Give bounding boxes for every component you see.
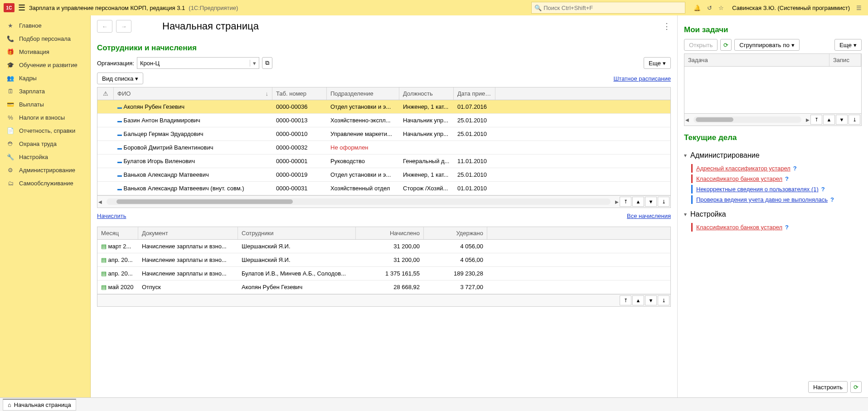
col-accrued[interactable]: Начислено	[356, 227, 424, 239]
table-row[interactable]: ▬ Базин Антон Владимирович0000-00013Хозя…	[97, 114, 670, 127]
col-task[interactable]: Задача	[684, 54, 829, 66]
nav-last-button[interactable]: ⤓	[658, 295, 669, 305]
org-select[interactable]: Крон-Ц ▾	[137, 57, 259, 69]
bell-icon[interactable]: 🔔	[693, 5, 701, 11]
org-open-button[interactable]: ⧉	[262, 57, 272, 69]
sidebar-item[interactable]: 📞Подбор персонала	[0, 32, 90, 45]
nav-down-button[interactable]: ▼	[645, 295, 657, 305]
col-dep[interactable]: Подразделение	[327, 87, 399, 100]
chevron-down-icon[interactable]: ▾	[250, 60, 256, 67]
help-icon[interactable]: ?	[785, 224, 789, 231]
sidebar-item[interactable]: 🎓Обучение и развитие	[0, 58, 90, 72]
col-doc[interactable]: Документ	[138, 227, 238, 239]
table-row[interactable]: ▤ май 2020ОтпускАкопян Рубен Гезевич28 6…	[97, 280, 670, 294]
help-icon[interactable]: ?	[830, 196, 834, 203]
search-box[interactable]: 🔍	[531, 2, 685, 14]
cell-withheld: 4 056,00	[424, 255, 487, 265]
todo-link[interactable]: Некорректные сведения о пользователях (1…	[696, 186, 819, 193]
col-withheld[interactable]: Удержано	[424, 227, 487, 239]
col-written[interactable]: Запис	[829, 54, 861, 66]
col-emp[interactable]: Сотрудники	[238, 227, 356, 239]
table-row[interactable]: ▤ март 2...Начисление зарплаты и взно...…	[97, 240, 670, 253]
help-icon[interactable]: ?	[793, 165, 797, 172]
col-date[interactable]: Дата приема	[454, 87, 495, 100]
nav-up-button[interactable]: ▲	[823, 115, 835, 125]
todo-link[interactable]: Классификатор банков устарел	[696, 175, 782, 182]
chevron-down-icon: ▾	[684, 152, 687, 159]
table-row[interactable]: ▬ Акопян Рубен Гезевич0000-00036Отдел ус…	[97, 100, 670, 114]
search-input[interactable]	[543, 5, 682, 11]
cell-fio: ▬ Ваньков Александр Матвеевич	[114, 169, 272, 180]
nav-down-button[interactable]: ▼	[836, 115, 848, 125]
staffing-link[interactable]: Штатное расписание	[613, 75, 671, 82]
sidebar-item[interactable]: 🎁Мотивация	[0, 45, 90, 58]
sidebar-item[interactable]: ★Главное	[0, 19, 90, 32]
sidebar-item[interactable]: 💳Выплаты	[0, 98, 90, 111]
col-fio[interactable]: ФИО ↓	[114, 87, 272, 100]
table-row[interactable]: ▬ Булатов Игорь Виленович0000-00001Руков…	[97, 155, 670, 168]
refresh-button[interactable]: ⟳	[720, 39, 732, 51]
settings-icon[interactable]: ☰	[856, 5, 862, 11]
sidebar-item[interactable]: 🔧Настройка	[0, 150, 90, 164]
table-row[interactable]: ▬ Ваньков Александр Матвеевич (внут. сов…	[97, 182, 670, 195]
sidebar-item[interactable]: 🗓Зарплата	[0, 85, 90, 98]
table-row[interactable]: ▬ Ваньков Александр Матвеевич0000-00019О…	[97, 168, 670, 182]
todo-link[interactable]: Проверка ведения учета давно не выполнял…	[696, 196, 828, 203]
sidebar-item[interactable]: 👥Кадры	[0, 72, 90, 85]
help-icon[interactable]: ?	[785, 175, 789, 182]
nav-fwd-button[interactable]: →	[116, 20, 131, 33]
cell-doc: Начисление зарплаты и взно...	[138, 255, 238, 265]
nav-last-button[interactable]: ⤓	[658, 197, 669, 207]
history-icon[interactable]: ↺	[707, 5, 712, 11]
all-accruals-link[interactable]: Все начисления	[627, 213, 671, 219]
nav-first-button[interactable]: ⤒	[810, 115, 822, 125]
nav-up-button[interactable]: ▲	[632, 197, 644, 207]
star-icon[interactable]: ☆	[718, 5, 724, 11]
more-button[interactable]: Еще ▾	[644, 57, 671, 69]
table-row[interactable]: ▤ апр. 20...Начисление зарплаты и взно..…	[97, 267, 670, 280]
view-row: Вид списка ▾ Штатное расписание	[97, 73, 671, 84]
sidebar-item[interactable]: 📄Отчетность, справки	[0, 124, 90, 137]
nav-first-button[interactable]: ⤒	[620, 295, 631, 305]
nav-back-button[interactable]: ←	[97, 20, 112, 33]
help-icon[interactable]: ?	[821, 186, 825, 193]
col-warn[interactable]: ⚠	[97, 87, 114, 100]
todo-category[interactable]: ▾Администрирование	[684, 151, 862, 160]
cell-tab: 0000-00036	[272, 102, 327, 112]
search-icon: 🔍	[534, 5, 542, 11]
col-tab[interactable]: Таб. номер	[272, 87, 327, 100]
table-row[interactable]: ▬ Бальцер Герман Эдуардович0000-00010Упр…	[97, 127, 670, 141]
sidebar-item[interactable]: ⚙Администрирование	[0, 164, 90, 177]
more-button[interactable]: Еще ▾	[834, 39, 862, 51]
hscrollbar[interactable]	[693, 116, 801, 123]
refresh-button[interactable]: ⟳	[850, 381, 862, 393]
table-row[interactable]: ▬ Боровой Дмитрий Валентинович0000-00032…	[97, 141, 670, 155]
sidebar-item[interactable]: ⛑Охрана труда	[0, 137, 90, 150]
kebab-icon[interactable]: ⋮	[663, 21, 671, 31]
cell-dep: Хозяйственно-экспл...	[327, 115, 399, 126]
app-subtitle: (1С:Предприятие)	[189, 5, 238, 11]
user-label[interactable]: Савинская З.Ю. (Системный программист)	[732, 5, 850, 11]
menu-icon[interactable]: ☰	[18, 3, 25, 13]
open-button[interactable]: Открыть	[684, 39, 718, 51]
accrue-link[interactable]: Начислить	[97, 213, 126, 219]
nav-first-button[interactable]: ⤒	[620, 197, 631, 207]
configure-button[interactable]: Настроить	[808, 381, 848, 393]
hscrollbar[interactable]	[107, 198, 611, 205]
nav-down-button[interactable]: ▼	[645, 197, 657, 207]
doc-icon: ▤	[101, 270, 107, 277]
sidebar-item[interactable]: 🗂Самообслуживание	[0, 177, 90, 190]
sidebar-item[interactable]: %Налоги и взносы	[0, 111, 90, 124]
cell-emp: Шершанский Я.И.	[238, 241, 356, 251]
table-row[interactable]: ▤ апр. 20...Начисление зарплаты и взно..…	[97, 253, 670, 267]
view-mode-button[interactable]: Вид списка ▾	[97, 73, 143, 84]
nav-up-button[interactable]: ▲	[632, 295, 644, 305]
col-pos[interactable]: Должность	[399, 87, 454, 100]
todo-category[interactable]: ▾Настройка	[684, 210, 862, 218]
group-by-button[interactable]: Сгруппировать по ▾	[734, 39, 800, 51]
todo-link[interactable]: Адресный классификатор устарел	[696, 165, 790, 172]
cell-accrued: 31 200,00	[356, 241, 424, 251]
todo-link[interactable]: Классификатор банков устарел	[696, 224, 782, 231]
nav-last-button[interactable]: ⤓	[849, 115, 860, 125]
col-month[interactable]: Месяц	[97, 227, 138, 239]
